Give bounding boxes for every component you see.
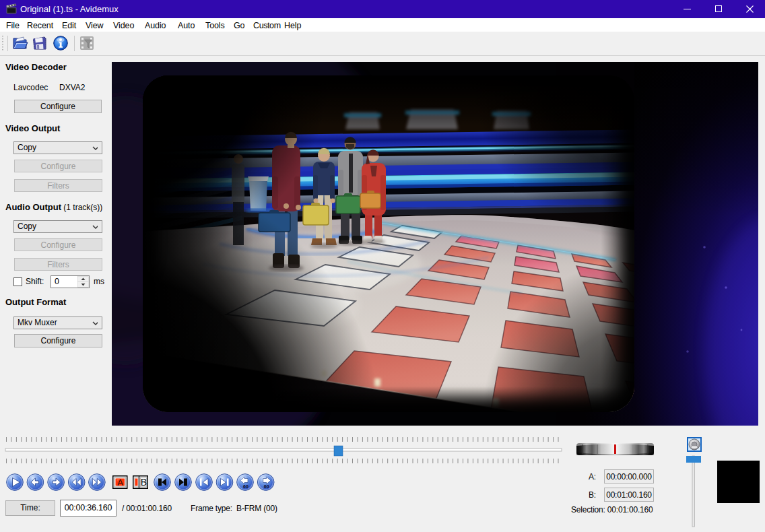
svg-text:A: A (117, 477, 123, 488)
svg-text:60: 60 (264, 484, 269, 489)
svg-text:60: 60 (243, 484, 248, 489)
svg-text:B: B (141, 477, 147, 488)
